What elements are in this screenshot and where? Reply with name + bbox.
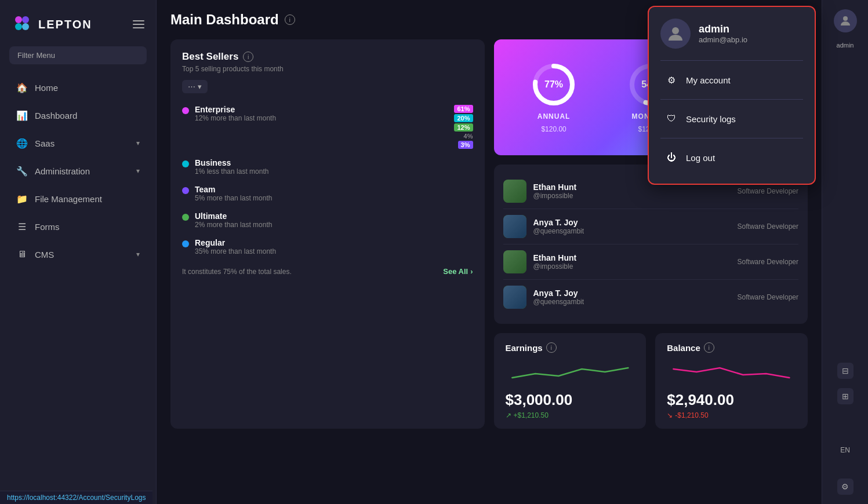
cms-icon: 🖥 xyxy=(16,249,28,260)
security-logs-label: Security logs xyxy=(686,114,736,124)
product-name: Business xyxy=(195,158,473,167)
earnings-info-icon[interactable]: i xyxy=(546,342,557,353)
see-all-button[interactable]: See All › xyxy=(443,267,473,276)
sidebar: LEPTON Filter Menu 🏠 Home 📊 Dashboard 🌐 … xyxy=(0,0,157,504)
dropdown-user-info: admin admin@abp.io xyxy=(660,19,803,49)
annual-percent: 77% xyxy=(544,79,563,90)
saas-icon: 🌐 xyxy=(16,137,28,149)
power-icon: ⏻ xyxy=(665,151,678,164)
sidebar-item-cms[interactable]: 🖥 CMS ▾ xyxy=(5,242,151,267)
sidebar-item-file-management[interactable]: 📁 File Management xyxy=(5,186,151,211)
product-row: Enterprise 12% more than last month 61% … xyxy=(182,105,473,149)
dashboard-icon: 📊 xyxy=(16,109,28,121)
chevron-down-icon: ▾ xyxy=(136,250,140,258)
divider xyxy=(660,99,803,100)
footer-text: It constitutes 75% of the total sales. xyxy=(182,268,292,276)
admin-avatar-button[interactable] xyxy=(834,9,857,32)
divider xyxy=(660,60,803,61)
product-dot xyxy=(182,187,189,194)
balance-chart xyxy=(667,357,796,386)
sidebar-item-administration[interactable]: 🔧 Administration ▾ xyxy=(5,158,151,184)
app-name: LEPTON xyxy=(38,18,92,31)
status-bar: https://localhost:44322/Account/Security… xyxy=(0,491,152,504)
info-icon[interactable]: i xyxy=(285,14,295,25)
grid-icon[interactable]: ⊞ xyxy=(837,388,854,404)
product-dot xyxy=(182,107,189,114)
user-role: Software Developer xyxy=(738,293,798,301)
sidebar-item-dashboard[interactable]: 📊 Dashboard xyxy=(5,103,151,128)
forms-icon: ☰ xyxy=(16,221,28,232)
product-row: Business 1% less than last month xyxy=(182,158,473,176)
product-row: Regular 35% more than last month xyxy=(182,238,473,255)
sidebar-item-home[interactable]: 🏠 Home xyxy=(5,75,151,100)
logo-icon xyxy=(12,14,32,35)
shield-icon: 🛡 xyxy=(665,112,678,125)
avatar xyxy=(503,180,526,203)
sidebar-item-forms[interactable]: ☰ Forms xyxy=(5,214,151,239)
arrow-up-icon: ↗ xyxy=(506,411,511,419)
earnings-chart xyxy=(506,357,635,386)
gear-icon: ⚙ xyxy=(665,74,678,86)
filter-menu-input[interactable]: Filter Menu xyxy=(9,46,147,64)
security-logs-button[interactable]: 🛡 Security logs xyxy=(660,104,803,133)
svg-point-10 xyxy=(843,16,848,21)
donut-annual: 77% xyxy=(531,61,577,108)
svg-point-3 xyxy=(22,23,29,30)
layout-icon[interactable]: ⊟ xyxy=(837,363,854,379)
my-account-button[interactable]: ⚙ My account xyxy=(660,65,803,94)
best-sellers-title: Best Sellers xyxy=(182,51,238,63)
user-role: Software Developer xyxy=(738,258,798,266)
svg-point-1 xyxy=(22,16,29,23)
balance-change: ↘ -$1,210.50 xyxy=(667,411,796,419)
file-management-icon: 📁 xyxy=(16,193,28,204)
product-bars: 61% 20% 12% 4% 3% xyxy=(454,105,473,149)
best-sellers-subtitle: Top 5 selling products this month xyxy=(182,65,473,73)
earnings-card: Earnings i $3,000.00 ↗ +$1,210.50 xyxy=(494,333,647,429)
stat-annual: 77% ANNUAL $120.00 xyxy=(531,61,577,133)
product-dot xyxy=(182,214,189,221)
dropdown-username: admin xyxy=(699,23,747,35)
card-footer: It constitutes 75% of the total sales. S… xyxy=(182,267,473,276)
administration-icon: 🔧 xyxy=(16,165,28,177)
best-sellers-card: Best Sellers i Top 5 selling products th… xyxy=(170,39,485,429)
svg-point-11 xyxy=(672,27,679,34)
earnings-change: ↗ +$1,210.50 xyxy=(506,411,635,419)
logo-area: LEPTON xyxy=(0,9,156,46)
earnings-title: Earnings xyxy=(506,343,543,353)
admin-label: admin xyxy=(837,42,854,49)
user-row: Ethan Hunt @impossible Software Develope… xyxy=(503,244,799,280)
product-change: 35% more than last month xyxy=(195,247,473,255)
user-row: Anya T. Joy @queensgambit Software Devel… xyxy=(503,280,799,315)
svg-point-0 xyxy=(15,16,22,23)
dropdown-email: admin@abp.io xyxy=(699,35,747,44)
best-sellers-info-icon[interactable]: i xyxy=(243,52,253,62)
balance-title: Balance xyxy=(667,343,700,353)
avatar xyxy=(503,215,526,238)
balance-info-icon[interactable]: i xyxy=(704,342,714,353)
dropdown-avatar xyxy=(660,19,691,49)
chevron-down-icon: ▾ xyxy=(136,167,140,175)
earnings-amount: $3,000.00 xyxy=(506,391,635,409)
svg-point-2 xyxy=(15,23,22,30)
settings-icon[interactable]: ⚙ xyxy=(837,479,854,495)
product-name: Regular xyxy=(195,238,473,247)
user-role: Software Developer xyxy=(738,222,798,231)
product-name: Team xyxy=(195,185,473,194)
user-handle: @impossible xyxy=(533,192,577,200)
balance-card: Balance i $2,940.00 ↘ -$1,210.50 xyxy=(655,333,808,429)
sidebar-item-saas[interactable]: 🌐 Saas ▾ xyxy=(5,130,151,156)
my-account-label: My account xyxy=(686,75,731,85)
avatar xyxy=(503,286,526,309)
product-change: 2% more than last month xyxy=(195,221,473,229)
status-url: https://localhost:44322/Account/Security… xyxy=(7,494,146,502)
user-dropdown[interactable]: admin admin@abp.io ⚙ My account 🛡 Securi… xyxy=(648,6,816,185)
balance-amount: $2,940.00 xyxy=(667,391,796,409)
more-options-button[interactable]: ⋯ ▾ xyxy=(182,80,208,93)
avatar xyxy=(503,250,526,273)
divider xyxy=(660,138,803,138)
logout-button[interactable]: ⏻ Log out xyxy=(660,143,803,172)
user-row: Anya T. Joy @queensgambit Software Devel… xyxy=(503,209,799,244)
product-change: 1% less than last month xyxy=(195,167,473,176)
language-selector[interactable]: EN xyxy=(840,446,850,454)
hamburger-button[interactable] xyxy=(133,20,144,28)
